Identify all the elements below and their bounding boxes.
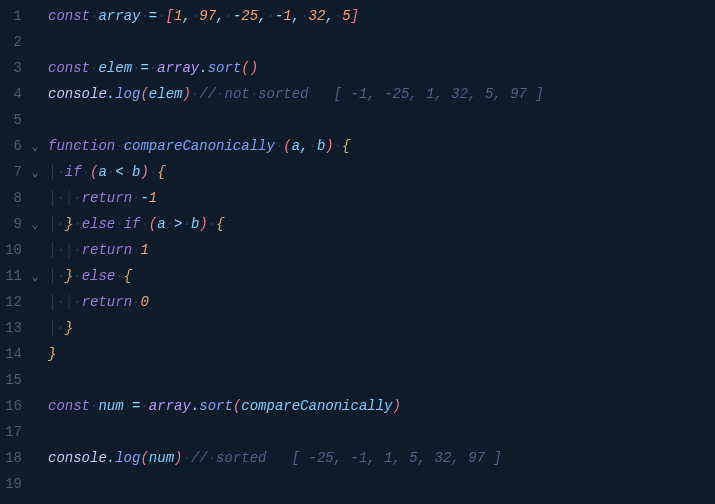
line-number: 13: [0, 316, 28, 342]
fold-chevron-icon[interactable]: ⌄: [28, 215, 42, 235]
code-line[interactable]: 16const·num·=·array.sort(compareCanonica…: [0, 394, 715, 420]
line-number: 5: [0, 108, 28, 134]
line-number: 9: [0, 212, 28, 238]
token-var: elem: [149, 86, 183, 102]
line-number: 14: [0, 342, 28, 368]
code-line[interactable]: 11⌄│·}·else·{: [0, 264, 715, 290]
token-kw: function: [48, 138, 115, 154]
token-punct: ,: [292, 8, 300, 24]
code-content[interactable]: │·│·return·-1: [42, 186, 157, 212]
token-fn: log: [115, 450, 140, 466]
token-brace: {: [124, 268, 132, 284]
line-number: 1: [0, 4, 28, 30]
token-ws: ·: [182, 216, 190, 232]
line-number: 10: [0, 238, 28, 264]
token-kw: else: [82, 268, 116, 284]
code-line[interactable]: 3const·elem·=·array.sort(): [0, 56, 715, 82]
line-number: 16: [0, 394, 28, 420]
code-line[interactable]: 7⌄│·if·(a·<·b)·{: [0, 160, 715, 186]
token-fn: compareCanonically: [124, 138, 275, 154]
token-paren: ): [182, 86, 190, 102]
code-editor[interactable]: 1const·array·=·[1,·97,·-25,·-1,·32,·5]23…: [0, 4, 715, 498]
code-line[interactable]: 14}: [0, 342, 715, 368]
token-kw: const: [48, 8, 90, 24]
code-line[interactable]: 1const·array·=·[1,·97,·-25,·-1,·32,·5]: [0, 4, 715, 30]
token-num: 1: [283, 8, 291, 24]
fold-chevron-icon[interactable]: ⌄: [28, 137, 42, 157]
token-ws: ·: [334, 8, 342, 24]
code-content[interactable]: │·}·else·{: [42, 264, 132, 290]
token-op: =: [140, 60, 148, 76]
token-paren: ): [140, 164, 148, 180]
token-kw: const: [48, 60, 90, 76]
line-number: 2: [0, 30, 28, 56]
code-line[interactable]: 15: [0, 368, 715, 394]
token-ws: ·: [56, 164, 64, 180]
code-line[interactable]: 5: [0, 108, 715, 134]
line-number: 18: [0, 446, 28, 472]
token-op: -: [140, 190, 148, 206]
token-paren: (: [140, 450, 148, 466]
code-content[interactable]: │·│·return·0: [42, 290, 149, 316]
code-line[interactable]: 13│·}: [0, 316, 715, 342]
code-content[interactable]: │·}: [42, 316, 73, 342]
code-content[interactable]: function·compareCanonically·(a,·b)·{: [42, 134, 351, 160]
code-content[interactable]: console.log(num)·//·sorted [ -25, -1, 1,…: [42, 446, 502, 472]
token-fn: log: [115, 86, 140, 102]
token-ws: ·: [115, 216, 123, 232]
token-guide: │: [65, 190, 73, 206]
code-content[interactable]: │·if·(a·<·b)·{: [42, 160, 166, 186]
code-content[interactable]: const·elem·=·array.sort(): [42, 56, 258, 82]
token-paren: (: [283, 138, 291, 154]
token-ws: ·: [73, 268, 81, 284]
code-line[interactable]: 10│·│·return·1: [0, 238, 715, 264]
token-ws: ·: [267, 8, 275, 24]
token-ws: ·: [149, 60, 157, 76]
code-content[interactable]: const·num·=·array.sort(compareCanonicall…: [42, 394, 401, 420]
token-var: a: [292, 138, 300, 154]
code-line[interactable]: 19: [0, 472, 715, 498]
token-ws: ·: [115, 268, 123, 284]
token-ws: ·: [73, 190, 81, 206]
token-ws: ·: [56, 190, 64, 206]
token-num: 32: [309, 8, 326, 24]
token-num: 1: [149, 190, 157, 206]
token-var: compareCanonically: [241, 398, 392, 414]
token-op: <: [115, 164, 123, 180]
line-number: 11: [0, 264, 28, 290]
token-punct: ,: [182, 8, 190, 24]
code-line[interactable]: 8│·│·return·-1: [0, 186, 715, 212]
fold-chevron-icon[interactable]: ⌄: [28, 163, 42, 183]
token-brace: {: [342, 138, 350, 154]
code-line[interactable]: 2: [0, 30, 715, 56]
fold-chevron-icon[interactable]: ⌄: [28, 267, 42, 287]
code-content[interactable]: }: [42, 342, 56, 368]
code-line[interactable]: 18console.log(num)·//·sorted [ -25, -1, …: [0, 446, 715, 472]
code-line[interactable]: 4console.log(elem)·//·not·sorted [ -1, -…: [0, 82, 715, 108]
line-number: 8: [0, 186, 28, 212]
token-ws: ·: [208, 216, 216, 232]
code-content[interactable]: console.log(elem)·//·not·sorted [ -1, -2…: [42, 82, 544, 108]
token-brace: }: [65, 268, 73, 284]
token-brace: }: [48, 346, 56, 362]
token-obj: console: [48, 450, 107, 466]
line-number: 3: [0, 56, 28, 82]
code-content[interactable]: │·}·else·if·(a·>·b)·{: [42, 212, 225, 238]
token-comment: [ -1, -25, 1, 32, 5, 97 ]: [309, 86, 544, 102]
token-ws: ·: [140, 216, 148, 232]
token-brace: {: [157, 164, 165, 180]
token-ws: ·: [82, 164, 90, 180]
token-ws: ·: [250, 86, 258, 102]
code-line[interactable]: 9⌄│·}·else·if·(a·>·b)·{: [0, 212, 715, 238]
token-kw: return: [82, 242, 132, 258]
token-kw: if: [124, 216, 141, 232]
code-content[interactable]: │·│·return·1: [42, 238, 149, 264]
code-line[interactable]: 6⌄function·compareCanonically·(a,·b)·{: [0, 134, 715, 160]
line-number: 7: [0, 160, 28, 186]
code-content[interactable]: const·array·=·[1,·97,·-25,·-1,·32,·5]: [42, 4, 359, 30]
token-paren: (: [140, 86, 148, 102]
token-ws: ·: [140, 398, 148, 414]
token-ws: ·: [56, 320, 64, 336]
code-line[interactable]: 12│·│·return·0: [0, 290, 715, 316]
code-line[interactable]: 17: [0, 420, 715, 446]
